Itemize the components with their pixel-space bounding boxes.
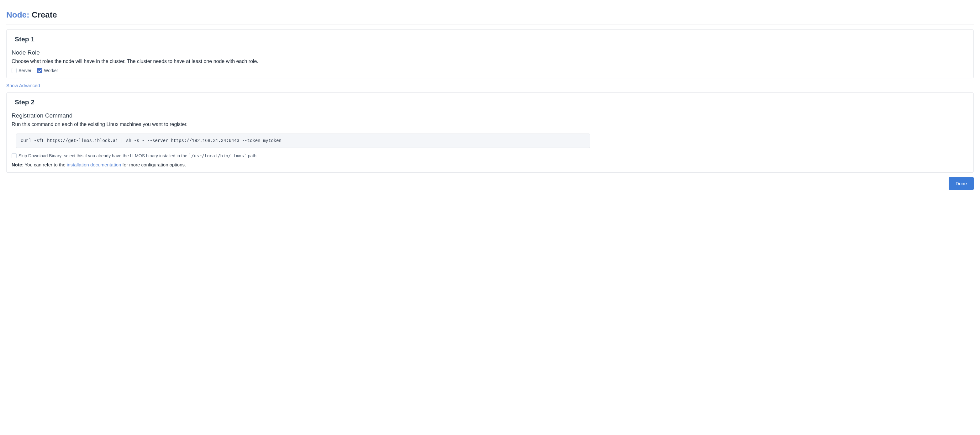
skip-download-label: Skip Download Binary: select this if you… <box>19 153 258 158</box>
registration-command-title: Registration Command <box>11 112 969 119</box>
checkbox-icon <box>11 153 17 158</box>
skip-code-path: `/usr/local/bin/llmos` <box>188 153 247 158</box>
checkbox-icon <box>37 68 42 73</box>
step1-card: Step 1 Node Role Choose what roles the n… <box>6 29 974 78</box>
skip-download-checkbox[interactable]: Skip Download Binary: select this if you… <box>11 153 258 158</box>
note-suffix: for more configuration options. <box>121 162 186 167</box>
show-advanced-link[interactable]: Show Advanced <box>6 83 40 88</box>
registration-command-desc: Run this command on each of the existing… <box>11 122 969 127</box>
page-header-prefix: Node: <box>6 10 32 19</box>
checkbox-icon <box>11 68 17 73</box>
node-role-title: Node Role <box>11 49 969 56</box>
page-header-title: Create <box>32 10 57 19</box>
role-checkbox-row: Server Worker <box>11 68 969 73</box>
note-line: Note: You can refer to the installation … <box>11 162 969 167</box>
skip-download-row: Skip Download Binary: select this if you… <box>11 153 969 158</box>
registration-command-code[interactable]: curl -sfL https://get-llmos.1block.ai | … <box>16 133 590 148</box>
done-button[interactable]: Done <box>949 177 974 190</box>
page-header: Node: Create <box>6 6 974 24</box>
installation-doc-link[interactable]: installation documentation <box>67 162 121 167</box>
note-bold: Note <box>11 162 22 167</box>
skip-label-prefix: Skip Download Binary: select this if you… <box>19 153 188 158</box>
note-prefix: : You can refer to the <box>22 162 67 167</box>
step2-card: Step 2 Registration Command Run this com… <box>6 92 974 173</box>
actions-row: Done <box>6 177 974 190</box>
step2-title: Step 2 <box>15 98 965 106</box>
step1-title: Step 1 <box>15 35 965 43</box>
skip-label-suffix: path. <box>247 153 258 158</box>
node-role-desc: Choose what roles the node will have in … <box>11 59 969 64</box>
role-server-checkbox[interactable]: Server <box>11 68 31 73</box>
role-server-label: Server <box>19 68 31 73</box>
role-worker-label: Worker <box>44 68 58 73</box>
role-worker-checkbox[interactable]: Worker <box>37 68 58 73</box>
